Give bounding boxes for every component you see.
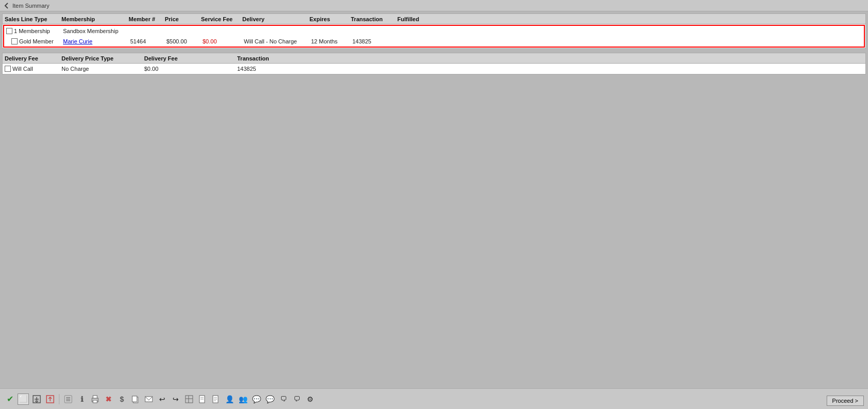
lower-delivery-label: Will Call [12,66,33,72]
redo-icon[interactable]: ↪ [170,393,181,405]
lower-pricetype-cell: No Charge [59,66,142,72]
child-expires-cell: 12 Months [309,38,350,44]
move-up-icon[interactable] [44,393,56,405]
col-header-servicefee: Service Fee [199,16,240,22]
info-icon[interactable]: ℹ [76,393,87,405]
parent-saleslinetype-label: 1 Membership [14,28,50,34]
svg-rect-10 [93,396,97,398]
page-icon[interactable] [197,393,208,405]
col-header-membernum: Member # [127,16,163,22]
proceed-button[interactable]: Proceed > [827,396,864,406]
parent-checkbox[interactable] [6,28,12,34]
header-bar: Item Summary [0,0,868,11]
child-saleslinetype-label: Gold Member [19,38,54,44]
upper-table-header: Sales Line Type Membership Member # Pric… [3,14,865,24]
checkmark-icon[interactable]: ✔ [4,393,16,405]
col-header-transaction: Transaction [349,16,395,22]
child-membership-cell: Marie Curie [61,38,128,44]
lower-table: Delivery Fee Delivery Price Type Deliver… [2,53,866,74]
col-header-expires: Expires [307,16,349,22]
chat-icon[interactable]: 💬 [251,393,262,405]
svg-rect-15 [185,396,193,403]
child-checkbox[interactable] [11,38,18,44]
parent-saleslinetype-cell: 1 Membership [4,28,61,34]
membership-parent-row: 1 Membership Sandbox Membership [4,26,864,36]
child-servicefee-cell: $0.00 [200,38,242,44]
print-icon[interactable] [89,393,101,405]
persons-icon[interactable]: 👥 [237,393,249,405]
child-saleslinetype-cell: Gold Member [4,38,61,44]
lower-col-header-pricetype: Delivery Price Type [59,55,142,62]
col-header-saleslinetype: Sales Line Type [3,16,59,22]
child-price-cell: $500.00 [164,38,200,44]
toolbar-sep-1 [59,394,59,404]
settings-icon[interactable]: ⚙ [304,393,316,405]
col-header-delivery: Delivery [240,16,307,22]
chat3-icon[interactable]: 🗨 [277,393,289,405]
lower-table-row: Will Call No Charge $0.00 143825 [3,64,865,74]
lower-col-header-feeamt: Delivery Fee [142,55,235,62]
upper-table: Sales Line Type Membership Member # Pric… [2,13,866,49]
lower-deliveryfee-cell: Will Call [3,66,59,72]
lower-col-header-transaction: Transaction [235,55,338,62]
mail-icon[interactable] [143,393,154,405]
col-header-fulfilled: Fulfilled [395,16,437,22]
person-icon[interactable]: 👤 [224,393,235,405]
lower-transaction-cell: 143825 [235,66,338,72]
lower-table-header: Delivery Fee Delivery Price Type Deliver… [3,53,865,64]
child-membernum-cell: 51464 [128,38,164,44]
add-down-icon[interactable] [31,393,42,405]
dollar-icon[interactable]: $ [116,393,128,405]
lower-checkbox[interactable] [5,66,11,72]
undo-icon[interactable]: ↩ [157,393,168,405]
chat2-icon[interactable]: 💬 [264,393,275,405]
marie-curie-link[interactable]: Marie Curie [63,38,92,44]
red-outline-group: 1 Membership Sandbox Membership Gold Mem… [3,25,865,48]
page2-icon[interactable] [210,393,222,405]
svg-rect-11 [93,400,97,403]
cancel-icon[interactable]: ✖ [103,393,114,405]
list-icon[interactable] [63,393,74,405]
membership-child-row: Gold Member Marie Curie 51464 $500.00 $0… [4,36,864,47]
col-header-price: Price [163,16,199,22]
back-button[interactable]: Item Summary [3,2,50,9]
header-title: Item Summary [12,3,50,9]
col-header-membership: Membership [59,16,127,22]
grid-icon[interactable] [183,393,195,405]
bottom-toolbar: ✔ ⬜ ℹ ✖ $ ↩ ↪ 👤 👥 💬 💬 🗨 🗩 ⚙ Proceed > [0,388,868,409]
child-delivery-cell: Will Call - No Charge [242,38,309,44]
chat4-icon[interactable]: 🗩 [291,393,302,405]
child-transaction-cell: 143825 [350,38,397,44]
service-fee-value: $0.00 [203,38,217,44]
copy-icon[interactable] [130,393,141,405]
lower-feeamt-cell: $0.00 [142,66,235,72]
svg-rect-13 [132,396,137,402]
lower-col-header-deliveryfee: Delivery Fee [3,55,59,62]
main-content: Sales Line Type Membership Member # Pric… [0,11,868,388]
parent-membership-cell: Sandbox Membership [61,28,128,34]
stop-icon[interactable]: ⬜ [18,393,29,405]
